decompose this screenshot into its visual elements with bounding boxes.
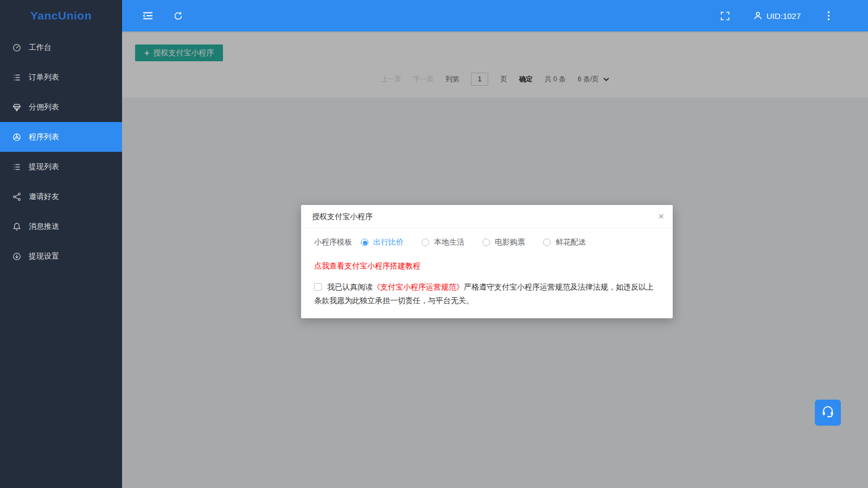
sidebar-item-invite-friends[interactable]: 邀请好友	[0, 182, 122, 211]
user-menu[interactable]: UID:1027	[753, 11, 801, 21]
user-uid: UID:1027	[767, 11, 801, 21]
user-icon	[753, 11, 763, 21]
modal-header: 授权支付宝小程序 ×	[301, 205, 673, 228]
refresh-icon[interactable]	[171, 9, 185, 23]
radio-option-flower-delivery[interactable]: 鲜花配送	[543, 237, 586, 247]
radio-option-movie-ticket[interactable]: 电影购票	[482, 237, 525, 247]
radio-icon	[422, 239, 429, 246]
authorize-alipay-modal: 授权支付宝小程序 × 小程序模板 出行比价 本地生活 电影购票 鲜花配送 点我查…	[301, 205, 673, 318]
radio-icon	[482, 239, 490, 246]
customer-service-button[interactable]	[815, 400, 841, 426]
program-list-icon	[12, 132, 21, 142]
radio-icon	[361, 239, 368, 246]
sidebar-item-order-list[interactable]: 订单列表	[0, 62, 122, 92]
sidebar-item-label: 订单列表	[29, 73, 59, 82]
invite-friends-icon	[12, 192, 21, 201]
sidebar-menu: 工作台 订单列表 分佣列表 程序列表 提现列表	[0, 31, 122, 271]
agreement-prefix: 我已认真阅读	[327, 282, 373, 291]
radio-icon	[543, 239, 551, 246]
withdraw-list-icon	[12, 162, 21, 171]
sidebar-item-withdraw-settings[interactable]: 提现设置	[0, 241, 122, 271]
headset-icon	[821, 404, 835, 421]
message-push-icon	[12, 222, 21, 231]
sidebar: YancUnion 工作台 订单列表 分佣列表 程序列表	[0, 0, 122, 488]
radio-option-travel-compare[interactable]: 出行比价	[361, 237, 404, 247]
kebab-menu-icon[interactable]	[821, 9, 835, 23]
sidebar-item-message-push[interactable]: 消息推送	[0, 211, 122, 241]
sidebar-item-label: 分佣列表	[29, 102, 59, 112]
template-label: 小程序模板	[314, 237, 352, 247]
sidebar-item-label: 工作台	[29, 43, 52, 53]
sidebar-item-label: 消息推送	[29, 222, 59, 232]
radio-option-local-life[interactable]: 本地生活	[422, 237, 464, 247]
topbar: UID:1027	[122, 0, 868, 31]
agreement-checkbox[interactable]	[314, 283, 322, 291]
sidebar-item-label: 程序列表	[29, 132, 59, 142]
modal-body: 小程序模板 出行比价 本地生活 电影购票 鲜花配送 点我查看支付宝小程序搭建教程…	[301, 228, 673, 318]
modal-title: 授权支付宝小程序	[312, 212, 373, 221]
sidebar-item-program-list[interactable]: 程序列表	[0, 122, 122, 152]
sidebar-item-label: 提现设置	[29, 252, 59, 261]
order-list-icon	[12, 73, 21, 82]
menu-fold-icon[interactable]	[141, 9, 155, 23]
fullscreen-icon[interactable]	[718, 9, 732, 23]
withdraw-settings-icon	[12, 252, 21, 261]
sidebar-item-label: 邀请好友	[29, 192, 59, 202]
commission-list-icon	[12, 102, 21, 112]
agreement-rules-link[interactable]: 《支付宝小程序运营规范》	[373, 282, 464, 291]
sidebar-item-workbench[interactable]: 工作台	[0, 33, 122, 62]
app-logo: YancUnion	[0, 0, 122, 31]
sidebar-item-label: 提现列表	[29, 162, 59, 172]
sidebar-item-commission-list[interactable]: 分佣列表	[0, 92, 122, 122]
close-icon[interactable]: ×	[658, 210, 664, 223]
template-radio-group: 小程序模板 出行比价 本地生活 电影购票 鲜花配送	[314, 237, 660, 247]
tutorial-link[interactable]: 点我查看支付宝小程序搭建教程	[314, 261, 420, 271]
sidebar-item-withdraw-list[interactable]: 提现列表	[0, 152, 122, 182]
workbench-icon	[12, 43, 21, 52]
agreement-text: 我已认真阅读《支付宝小程序运营规范》严格遵守支付宝小程序运营规范及法律法规，如违…	[314, 280, 660, 307]
